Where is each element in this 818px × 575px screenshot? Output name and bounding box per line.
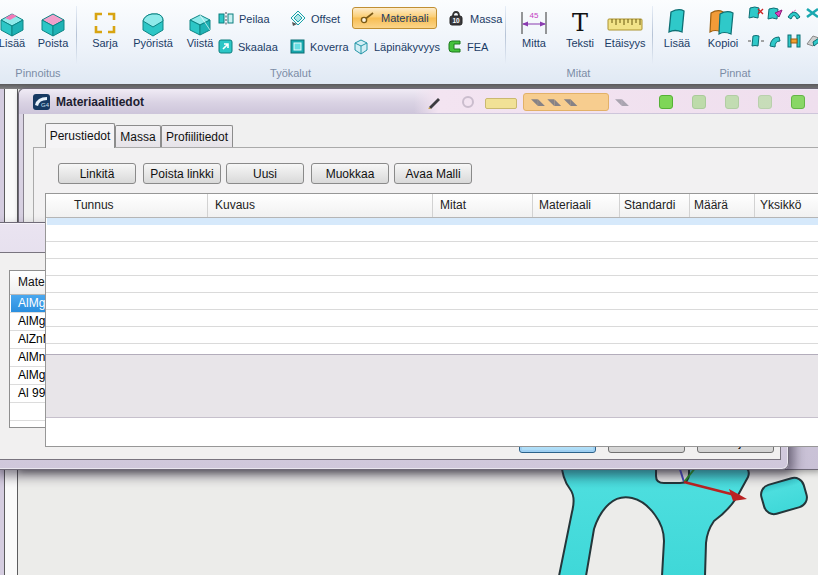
surface-add-icon (666, 3, 688, 37)
ribbon-group-label-pinnat: Pinnat (652, 67, 818, 79)
tab-perustiedot[interactable]: Perustiedot (45, 123, 115, 148)
coating-add-cube-icon (0, 3, 27, 37)
ribbon-button-label: Mitta (522, 37, 546, 49)
text-icon: T (572, 3, 588, 37)
ribbon-button-label: Materiaali (381, 12, 429, 24)
ruler-icon (607, 3, 643, 37)
column-header[interactable]: Mitat (440, 198, 466, 212)
ribbon-toolbar: Lisää Poista Pinnoitus Sarja Pyöristä (0, 0, 818, 84)
ribbon-button-label: Peilaa (239, 13, 270, 25)
remove-link-button[interactable]: Poista linkki (143, 163, 221, 184)
ribbon-button-surface-copy[interactable]: Kopioi (700, 3, 746, 63)
fillet-cube-icon (139, 3, 167, 37)
column-header[interactable]: Yksikkö (760, 198, 801, 212)
column-header[interactable]: Kuvaus (215, 198, 255, 212)
ribbon-button-pattern[interactable]: Sarja (84, 3, 126, 63)
svg-text:45: 45 (530, 11, 539, 20)
ribbon-group-label-tyokalut: Työkalut (76, 67, 505, 79)
link-table-header: Tunnus Kuvaus Mitat Materiaali Standardi… (46, 194, 818, 218)
ribbon-button-dimension[interactable]: 45 Mitta (512, 3, 556, 63)
surface-copy-icon (708, 3, 738, 37)
ribbon-separator (505, 6, 506, 64)
ribbon-button-mass[interactable]: 10 Massa (447, 8, 502, 30)
button-label: Poista linkki (150, 167, 213, 181)
app-window: Lisää Poista Pinnoitus Sarja Pyöristä (0, 0, 818, 575)
coating-remove-cube-icon (38, 3, 68, 37)
lower-section (46, 354, 818, 418)
svg-text:10: 10 (452, 17, 460, 24)
cad-model-part[interactable] (559, 460, 809, 575)
ribbon-button-surface-delete[interactable] (748, 6, 764, 24)
dimension-icon: 45 (519, 3, 549, 37)
ribbon-button-fillet[interactable]: Pyöristä (128, 3, 178, 63)
ribbon-separator (76, 6, 77, 64)
ribbon-button-label: Pyöristä (133, 37, 173, 49)
ribbon-button-label: Skaalaa (238, 41, 278, 53)
edit-button[interactable]: Muokkaa (311, 163, 389, 184)
ribbon-button-transparency[interactable]: Läpinäkyvyys (352, 36, 440, 58)
ribbon-group-label-pinnoitus: Pinnoitus (0, 67, 76, 79)
button-label: Muokkaa (326, 167, 375, 181)
ribbon-button-surface-loft[interactable] (786, 34, 802, 52)
ribbon-button-label: Etäisyys (605, 37, 646, 49)
ribbon-button-distance[interactable]: Etäisyys (600, 3, 650, 63)
ribbon-button-label: Poista (38, 37, 69, 49)
ribbon-button-label: Lisää (664, 37, 690, 49)
tab-label: Profiilitiedot (166, 130, 228, 144)
ribbon-button-coating-add[interactable]: Lisää (0, 3, 34, 63)
tab-profiilitiedot[interactable]: Profiilitiedot (161, 125, 233, 147)
ribbon-button-chamfer[interactable]: Viistä (180, 3, 220, 63)
ribbon-button-label: Viistä (187, 37, 214, 49)
mass-weight-icon: 10 (447, 10, 465, 28)
ribbon-button-material-active[interactable]: Materiaali (352, 7, 437, 29)
ribbon-separator (652, 6, 653, 64)
ribbon-button-label: Offset (311, 13, 340, 25)
table-rows-area (46, 225, 818, 354)
ribbon-button-surface-add[interactable]: Lisää (658, 3, 696, 63)
ribbon-button-label: Lisää (0, 37, 25, 49)
button-label: Uusi (253, 167, 277, 181)
ribbon-button-surface-trim[interactable] (767, 6, 783, 24)
link-button[interactable]: Linkitä (58, 163, 136, 184)
ribbon-button-mirror[interactable]: Peilaa (218, 8, 270, 30)
ribbon-button-hollow[interactable]: Koverra (290, 36, 349, 58)
pattern-brackets-icon (92, 3, 118, 37)
selected-row-highlight (47, 218, 818, 225)
ribbon-button-text[interactable]: T Teksti (560, 3, 600, 63)
link-table[interactable]: Tunnus Kuvaus Mitat Materiaali Standardi… (45, 193, 818, 447)
tab-massa[interactable]: Massa (115, 125, 161, 147)
ribbon-button-surface-fillet[interactable] (767, 34, 783, 52)
ribbon-button-offset[interactable]: Offset (290, 8, 340, 30)
ribbon-button-surface-offset[interactable] (805, 34, 818, 52)
ribbon-button-surface-extend[interactable] (748, 34, 764, 52)
tab-label: Perustiedot (50, 129, 111, 143)
column-header[interactable]: Määrä (694, 198, 728, 212)
ribbon-button-label: Teksti (566, 37, 594, 49)
ribbon-button-label: FEA (467, 41, 488, 53)
ribbon-button-fea[interactable]: FEA (447, 36, 488, 58)
button-label: Avaa Malli (405, 167, 460, 181)
column-header[interactable]: Materiaali (539, 198, 591, 212)
cad-model-piece[interactable] (759, 476, 810, 517)
column-header[interactable]: Tunnus (74, 198, 114, 212)
ribbon-button-surface-split[interactable] (805, 6, 818, 24)
material-pin-icon (360, 10, 376, 26)
fea-icon (447, 39, 462, 56)
ribbon-button-label: Koverra (310, 41, 349, 53)
button-label: Linkitä (80, 167, 115, 181)
transparency-cube-icon (352, 38, 369, 57)
new-button[interactable]: Uusi (226, 163, 304, 184)
ribbon-button-label: Sarja (92, 37, 118, 49)
ribbon-button-label: Läpinäkyvyys (374, 41, 440, 53)
tab-label: Massa (120, 130, 155, 144)
ribbon-button-label: Massa (470, 13, 502, 25)
ribbon-button-coating-remove[interactable]: Poista (30, 3, 76, 63)
ribbon-group-label-mitat: Mitat (505, 67, 652, 79)
scale-icon (218, 39, 233, 56)
column-header[interactable]: Standardi (624, 198, 675, 212)
hollow-icon (290, 39, 305, 56)
open-model-button[interactable]: Avaa Malli (394, 163, 472, 184)
ribbon-button-scale[interactable]: Skaalaa (218, 36, 278, 58)
offset-icon (290, 10, 306, 28)
ribbon-button-surface-cap[interactable] (786, 6, 802, 24)
